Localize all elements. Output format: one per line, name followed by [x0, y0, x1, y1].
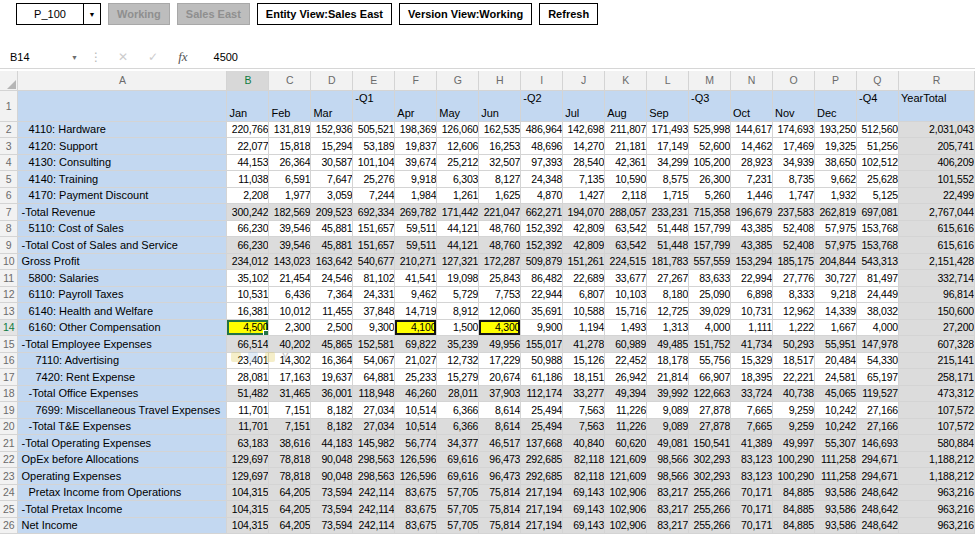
cell-O22[interactable]: 100,290 — [773, 451, 815, 468]
cell-R22[interactable]: 1,188,212 — [898, 451, 974, 468]
cell-R6[interactable]: 22,499 — [898, 187, 974, 204]
cell-K15[interactable]: 60,989 — [605, 336, 647, 353]
cell-J17[interactable]: 18,151 — [563, 369, 605, 386]
cell-E14[interactable]: 9,300 — [353, 319, 395, 336]
cell-O20[interactable]: 9,259 — [773, 418, 815, 435]
cell-G20[interactable]: 6,366 — [437, 418, 479, 435]
cell-Q1[interactable]: -Q4 — [856, 90, 898, 121]
row-header-17[interactable]: 17 — [0, 369, 18, 386]
cell-K24[interactable]: 102,906 — [605, 484, 647, 501]
cell-O15[interactable]: 50,293 — [773, 336, 815, 353]
cell-I9[interactable]: 152,392 — [521, 237, 563, 254]
cell-F21[interactable]: 56,774 — [395, 435, 437, 452]
cell-K16[interactable]: 22,452 — [605, 352, 647, 369]
formula-input[interactable]: 4500 — [214, 51, 238, 63]
cell-C14[interactable]: 2,300 — [269, 319, 311, 336]
cell-M6[interactable]: 5,260 — [689, 187, 731, 204]
cell-N22[interactable]: 83,123 — [731, 451, 773, 468]
cell-H2[interactable]: 162,535 — [479, 121, 521, 138]
row-header-11[interactable]: 11 — [0, 270, 18, 287]
cell-F10[interactable]: 210,271 — [395, 253, 437, 270]
cell-R13[interactable]: 150,600 — [898, 303, 974, 320]
cell-Q21[interactable]: 146,693 — [856, 435, 898, 452]
cell-F6[interactable]: 1,984 — [395, 187, 437, 204]
cell-E21[interactable]: 145,982 — [353, 435, 395, 452]
cell-Q9[interactable]: 153,768 — [856, 237, 898, 254]
cell-R19[interactable]: 107,572 — [898, 402, 974, 419]
cell-F2[interactable]: 198,369 — [395, 121, 437, 138]
cell-D25[interactable]: 73,594 — [311, 501, 353, 518]
cell-P22[interactable]: 111,258 — [815, 451, 857, 468]
cell-N3[interactable]: 14,462 — [731, 138, 773, 155]
cell-I6[interactable]: 4,870 — [521, 187, 563, 204]
cell-C24[interactable]: 64,205 — [269, 484, 311, 501]
cell-L12[interactable]: 8,180 — [647, 286, 689, 303]
cell-A26[interactable]: Net Income — [18, 517, 227, 534]
cell-K22[interactable]: 121,609 — [605, 451, 647, 468]
insert-function-icon[interactable]: fx — [178, 49, 187, 65]
column-header-Q[interactable]: Q — [856, 71, 898, 90]
cell-C15[interactable]: 40,202 — [269, 336, 311, 353]
cell-A10[interactable]: Gross Profit — [18, 253, 227, 270]
chevron-down-icon[interactable]: ▼ — [83, 4, 100, 24]
cell-N12[interactable]: 6,898 — [731, 286, 773, 303]
cell-H15[interactable]: 49,956 — [479, 336, 521, 353]
cell-L18[interactable]: 39,992 — [647, 385, 689, 402]
cell-A16[interactable]: 7110: Advertising — [18, 352, 227, 369]
cell-B20[interactable]: 11,701 — [227, 418, 269, 435]
cell-D11[interactable]: 24,546 — [311, 270, 353, 287]
row-header-26[interactable]: 26 — [0, 517, 18, 534]
cell-D21[interactable]: 44,183 — [311, 435, 353, 452]
cell-M16[interactable]: 55,756 — [689, 352, 731, 369]
cell-G2[interactable]: 126,060 — [437, 121, 479, 138]
cell-J8[interactable]: 42,809 — [563, 220, 605, 237]
cell-C12[interactable]: 6,436 — [269, 286, 311, 303]
cell-K13[interactable]: 15,716 — [605, 303, 647, 320]
cell-R10[interactable]: 2,151,428 — [898, 253, 974, 270]
cell-R25[interactable]: 963,216 — [898, 501, 974, 518]
cell-G15[interactable]: 35,239 — [437, 336, 479, 353]
cell-C2[interactable]: 131,819 — [269, 121, 311, 138]
row-header-18[interactable]: 18 — [0, 385, 18, 402]
cell-N16[interactable]: 15,329 — [731, 352, 773, 369]
cell-C16[interactable]: 14,302 — [269, 352, 311, 369]
cell-M14[interactable]: 4,000 — [689, 319, 731, 336]
cell-A6[interactable]: 4170: Payment Discount — [18, 187, 227, 204]
cell-P14[interactable]: 1,667 — [815, 319, 857, 336]
cell-J25[interactable]: 69,143 — [563, 501, 605, 518]
cell-L11[interactable]: 27,267 — [647, 270, 689, 287]
cell-G3[interactable]: 12,606 — [437, 138, 479, 155]
cell-E10[interactable]: 540,677 — [353, 253, 395, 270]
cell-H3[interactable]: 16,253 — [479, 138, 521, 155]
cell-B2[interactable]: 220,766 — [227, 121, 269, 138]
cell-G24[interactable]: 57,705 — [437, 484, 479, 501]
cell-D2[interactable]: 152,936 — [311, 121, 353, 138]
cell-B4[interactable]: 44,153 — [227, 154, 269, 171]
cell-I23[interactable]: 292,685 — [521, 468, 563, 485]
cell-L17[interactable]: 21,814 — [647, 369, 689, 386]
cell-H25[interactable]: 75,814 — [479, 501, 521, 518]
cell-B15[interactable]: 66,514 — [227, 336, 269, 353]
cell-D24[interactable]: 73,594 — [311, 484, 353, 501]
cell-F20[interactable]: 10,514 — [395, 418, 437, 435]
cell-O8[interactable]: 52,408 — [773, 220, 815, 237]
cell-P15[interactable]: 55,951 — [815, 336, 857, 353]
cell-O24[interactable]: 84,885 — [773, 484, 815, 501]
cell-N10[interactable]: 153,294 — [731, 253, 773, 270]
cell-R11[interactable]: 332,714 — [898, 270, 974, 287]
cell-G26[interactable]: 57,705 — [437, 517, 479, 534]
cell-Q20[interactable]: 27,166 — [856, 418, 898, 435]
cell-K18[interactable]: 49,394 — [605, 385, 647, 402]
cell-K11[interactable]: 33,677 — [605, 270, 647, 287]
column-header-D[interactable]: D — [311, 71, 353, 90]
cell-Q19[interactable]: 27,166 — [856, 402, 898, 419]
cell-E2[interactable]: 505,521 — [353, 121, 395, 138]
cell-M20[interactable]: 27,878 — [689, 418, 731, 435]
cell-I19[interactable]: 25,494 — [521, 402, 563, 419]
cell-Q14[interactable]: 4,000 — [856, 319, 898, 336]
name-box-dropdown-icon[interactable]: ▼ — [71, 54, 78, 61]
column-header-C[interactable]: C — [269, 71, 311, 90]
cell-A14[interactable]: 6160: Other Compensation — [18, 319, 227, 336]
cell-G9[interactable]: 44,121 — [437, 237, 479, 254]
cell-A4[interactable]: 4130: Consulting — [18, 154, 227, 171]
